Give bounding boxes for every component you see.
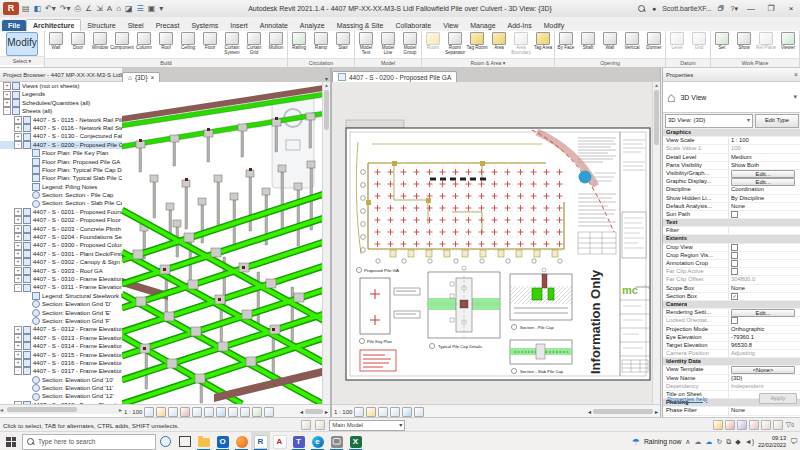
update-icon[interactable]: ↻ (716, 438, 722, 446)
property-row[interactable]: Scope Box None (663, 285, 800, 293)
revit-taskbar-icon[interactable]: R (251, 432, 270, 450)
start-button[interactable] (0, 432, 22, 450)
ribbon-button[interactable]: Vertical (621, 32, 643, 51)
qat-dropdown-icon[interactable]: ▾ (159, 4, 163, 13)
sheet-canvas[interactable]: Proposed Pile GA Pile Key Plan (332, 82, 660, 404)
expand-toggle[interactable]: + (14, 334, 22, 342)
ribbon-button[interactable]: Model Group (399, 32, 421, 56)
ribbon-button[interactable]: Roof (155, 32, 177, 51)
ribbon-tab[interactable]: Systems (185, 20, 224, 31)
expand-toggle[interactable]: + (14, 275, 22, 283)
browser-horizontal-scrollbar[interactable]: ◂▸ (0, 404, 122, 414)
tab-list-icon[interactable]: ▾ (323, 75, 330, 82)
temporary-view-icon[interactable] (240, 407, 250, 417)
apply-button[interactable]: Apply (759, 393, 797, 404)
firefox-icon[interactable] (232, 432, 251, 450)
property-row[interactable]: Target Elevation 96530.8 (663, 342, 800, 350)
property-row[interactable]: Show Hidden Li... By Discipline (663, 195, 800, 203)
tree-item[interactable]: + 4407 - S - 0203 - Concrete Plinth GA (0, 225, 122, 233)
tree-item[interactable]: Floor Plan: Pile Key Plan (0, 149, 122, 157)
expand-toggle[interactable]: + (14, 124, 22, 132)
tree-item[interactable]: Floor Plan: Typical Pile Cap Details (0, 166, 122, 174)
project-browser-title[interactable]: Project Browser - 4407 MP-XX-XX-M3-S Lid… (0, 68, 122, 82)
volume-icon[interactable]: ◄) (745, 438, 754, 445)
ribbon-tab[interactable]: Annotate (254, 20, 294, 31)
ribbon-button[interactable]: Door (67, 32, 89, 51)
property-row[interactable]: Camera (663, 301, 800, 309)
weather-label[interactable]: Raining now (644, 438, 681, 445)
ribbon-button[interactable]: Set (711, 32, 733, 51)
section-tool-icon[interactable]: ◪ (125, 4, 133, 13)
ribbon-button[interactable]: Wall (45, 32, 67, 51)
select-toggle-icon[interactable] (773, 420, 783, 430)
tree-item[interactable]: Floor Plan: Proposed Pile GA (0, 158, 122, 166)
tree-item[interactable]: + 4407 - S - 0315 - Frame Elevations She… (0, 351, 122, 359)
ribbon-tab[interactable]: Collaborate (389, 20, 437, 31)
property-row[interactable]: Annotation Crop (663, 260, 800, 268)
crop-region-icon[interactable] (204, 407, 214, 417)
tree-item[interactable]: + 4407 - S - 0301 - Plant Deck/First Flo… (0, 250, 122, 258)
tree-item[interactable]: - 4407 - S - 0200 - Proposed Pile GA (0, 141, 122, 149)
visual-style-icon[interactable] (144, 407, 154, 417)
expand-toggle[interactable]: - (14, 284, 22, 292)
search-icon[interactable] (638, 5, 646, 13)
ribbon-tab[interactable]: Modify (538, 20, 571, 31)
tab-sheet-view[interactable]: 4407 - S - 0200 - Proposed Pile GA (332, 71, 457, 82)
worksharing-icon[interactable] (252, 407, 262, 417)
sun-path-icon[interactable] (366, 407, 376, 417)
temporary-hide-icon[interactable] (216, 407, 226, 417)
ribbon-button[interactable]: Curtain System (221, 32, 243, 56)
ribbon-button[interactable]: Wall (599, 32, 621, 51)
file-explorer-icon[interactable] (194, 432, 213, 450)
display-icon[interactable]: ⧉ (726, 438, 731, 446)
expand-toggle[interactable]: + (14, 351, 22, 359)
expand-toggle[interactable] (25, 192, 31, 198)
tree-item[interactable]: + 4407 - S - 0300 - Proposed Column GA (0, 241, 122, 249)
tree-item[interactable]: Section: Elevation Grid '12' (0, 392, 122, 400)
sheet-horizontal-scrollbar[interactable] (593, 409, 653, 414)
tree-item[interactable]: + 4407 - S - 0303 - Roof GA (0, 267, 122, 275)
expand-toggle[interactable] (25, 167, 31, 173)
crop-view-icon[interactable] (192, 407, 202, 417)
ribbon-button[interactable]: Window (89, 32, 111, 51)
expand-toggle[interactable]: - (3, 107, 11, 115)
redo-icon[interactable]: ↷▾ (60, 4, 71, 13)
cortana-button[interactable] (156, 432, 175, 450)
3d-view-icon[interactable]: ⌂ (116, 4, 121, 13)
exclude-options-icon[interactable] (737, 420, 747, 430)
press-drag-icon[interactable] (749, 420, 759, 430)
tab-3d-view[interactable]: ⌂ {3D} × (122, 72, 160, 82)
taskbar-clock[interactable]: 09:13 22/02/2022 (758, 435, 786, 448)
ribbon-tab[interactable]: Analyze (294, 20, 331, 31)
expand-toggle[interactable]: - (14, 367, 22, 375)
ribbon-tab[interactable]: Architecture (26, 19, 81, 31)
expand-toggle[interactable] (25, 301, 31, 307)
scale-label[interactable]: 1 : 100 (124, 409, 142, 415)
expand-toggle[interactable] (25, 318, 31, 324)
tree-item[interactable]: Section: Elevation Grid '10' (0, 376, 122, 384)
property-row[interactable]: Parts Visibility Show Both (663, 162, 800, 170)
property-row[interactable]: Filter (663, 227, 800, 235)
expand-toggle[interactable]: + (14, 250, 22, 258)
tree-item[interactable]: + 4407 - S - 0202 - Proposed Floor Slab (0, 216, 122, 224)
expand-toggle[interactable] (25, 201, 31, 207)
help-menu[interactable]: ?▾ (731, 5, 738, 13)
tree-item[interactable]: - 4407 - S - 0317 - Frame Elevations She… (0, 367, 122, 375)
scale-label[interactable]: 1 : 100 (334, 409, 352, 415)
property-row[interactable]: Phase Filter None (663, 407, 800, 415)
tree-item[interactable]: + Views (not on sheets) (0, 82, 122, 90)
property-row[interactable]: Dependency Independent (663, 383, 800, 391)
property-row[interactable]: Extents (663, 235, 800, 243)
reveal-hidden-icon[interactable] (228, 407, 238, 417)
tree-item[interactable]: + 4407 - S - 0314 - Frame Elevations She… (0, 342, 122, 350)
ribbon-button[interactable]: Mullion (265, 32, 287, 51)
tree-item[interactable]: Section: Elevation Grid '11' (0, 384, 122, 392)
onedrive-sync-icon[interactable]: ☁ (705, 438, 712, 446)
tray-expand-icon[interactable]: ∧ (685, 438, 690, 446)
tree-item[interactable]: + 4407 - S - 0310 - Frame Elevations She… (0, 275, 122, 283)
scroll-left-icon[interactable]: ◂ (588, 408, 591, 415)
sheet-vertical-scrollbar[interactable]: ▲ (652, 82, 660, 404)
expand-toggle[interactable] (25, 150, 31, 156)
expand-toggle[interactable]: + (14, 225, 22, 233)
rendering-icon[interactable] (180, 407, 190, 417)
